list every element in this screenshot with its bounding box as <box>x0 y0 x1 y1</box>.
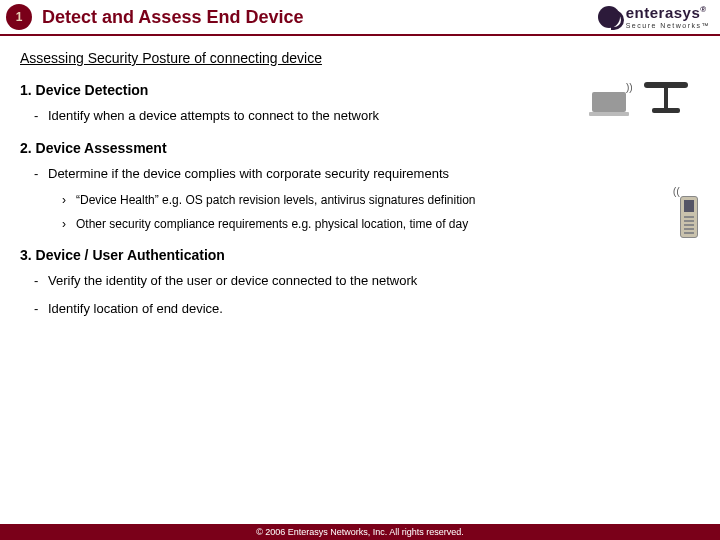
network-devices-illustration: )) )) <box>592 76 702 246</box>
slide-number-badge: 1 <box>6 4 32 30</box>
slide-footer: © 2006 Enterasys Networks, Inc. All righ… <box>0 524 720 540</box>
brand-logo-icon <box>598 6 620 28</box>
wifi-signal-icon: )) <box>673 186 680 197</box>
slide-header: 1 Detect and Assess End Device enterasys… <box>0 0 720 36</box>
slide-body: Assessing Security Posture of connecting… <box>0 36 720 524</box>
brand-tagline: Secure Networks™ <box>626 22 710 29</box>
wifi-signal-icon: )) <box>626 82 633 93</box>
brand-logo: enterasys® Secure Networks™ <box>598 5 710 29</box>
slide-title: Detect and Assess End Device <box>42 7 598 28</box>
bullet: Identify location of end device. <box>20 299 700 319</box>
bullet: Verify the identity of the user or devic… <box>20 271 700 291</box>
table-icon <box>640 82 692 118</box>
mobile-phone-icon <box>680 196 698 238</box>
brand-name: enterasys® <box>626 5 710 20</box>
brand-logo-text: enterasys® Secure Networks™ <box>626 5 710 29</box>
slide: 1 Detect and Assess End Device enterasys… <box>0 0 720 540</box>
laptop-icon <box>592 92 626 112</box>
subtitle: Assessing Security Posture of connecting… <box>20 50 700 66</box>
section-device-user-auth: 3. Device / User Authentication Verify t… <box>20 247 700 318</box>
section-heading: 3. Device / User Authentication <box>20 247 700 263</box>
